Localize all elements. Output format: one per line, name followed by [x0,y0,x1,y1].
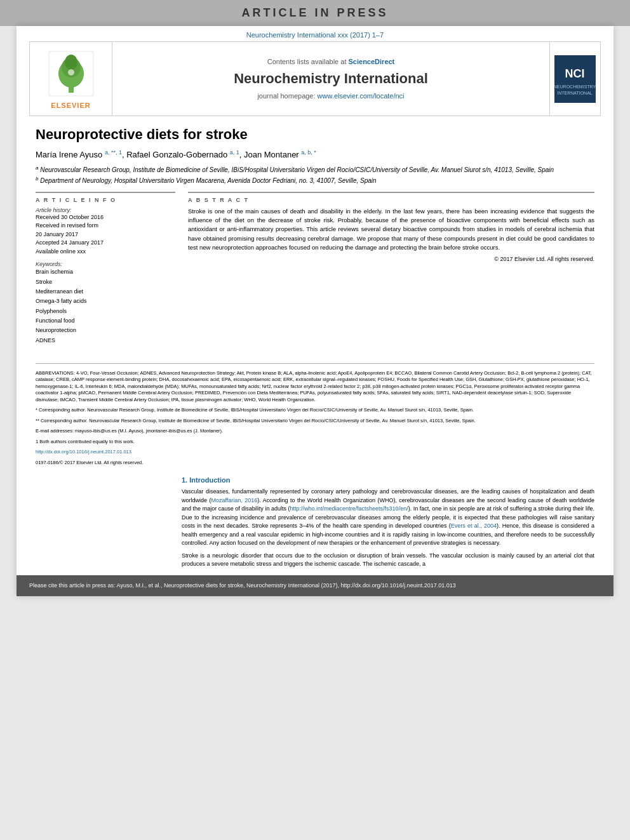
abbreviations-text: ABBREVIATIONS: 4-VO, Four-Vessel Occlusi… [36,370,592,403]
footnotes-area: ABBREVIATIONS: 4-VO, Four-Vessel Occlusi… [17,370,613,470]
issn-block: 0197-0186/© 2017 Elsevier Ltd. All right… [36,460,594,467]
svg-point-5 [68,69,74,76]
journal-header: ELSEVIER Contents lists available at Sci… [29,41,601,116]
intro-col-right: 1. Introduction Vascular diseases, funda… [182,476,594,569]
abstract-header: A B S T R A C T [188,197,594,203]
science-direct-link[interactable]: ScienceDirect [349,58,395,65]
email-block: E-mail addresses: mayuso-ibis@us.es (M.I… [36,428,594,435]
corresponding-star-text: * Corresponding author. Neurovascular Re… [36,407,474,413]
article-history-block: Article history: Received 30 October 201… [36,207,175,257]
article-info-col: A R T I C L E I N F O Article history: R… [36,192,175,350]
journal-info-center: Contents lists available at ScienceDirec… [112,42,549,116]
keyword-4: Omega-3 fatty acids [36,297,175,306]
affiliation-a: a Neurovascular Research Group, Institut… [36,164,594,175]
homepage-line: journal homepage: www.elsevier.com/locat… [257,92,404,100]
article-info-header: A R T I C L E I N F O [36,197,175,203]
corresponding-starstar-text: ** Corresponding author. Neurovascular R… [36,418,476,423]
issn-text: 0197-0186/© 2017 Elsevier Ltd. All right… [36,460,143,465]
section-num: 1. [182,476,187,484]
introduction-title: 1. Introduction [182,476,594,484]
nci-logo-area: NCI NEUROCHEMISTRY INTERNATIONAL [549,42,600,116]
divider [36,363,594,364]
keyword-5: Polyphenols [36,307,175,316]
article-in-press-banner: ARTICLE IN PRESS [0,0,630,26]
bottom-citation-bar: Please cite this article in press as: Ay… [17,575,613,597]
footnotes-left: ABBREVIATIONS: 4-VO, Four-Vessel Occlusi… [36,370,594,470]
author-sup-c: a, b, * [301,149,316,156]
intro-para-2: Stroke is a neurologic disorder that occ… [182,552,594,569]
section-title-text: Introduction [189,476,230,484]
revised-label: Received in revised form [36,222,175,230]
received-date: Received 30 October 2016 [36,213,175,222]
svg-text:NCI: NCI [565,67,585,80]
science-direct-label: Contents lists available at [267,58,347,65]
abstract-text: Stroke is one of the main causes of deat… [188,207,594,252]
equal-contrib-block: 1 Both authors contributed equally to th… [36,439,594,446]
authors-line: María Irene Ayuso a, **, 1, Rafael Gonza… [36,149,594,159]
abstract-section: A B S T R A C T Stroke is one of the mai… [188,192,594,262]
svg-text:NEUROCHEMISTRY: NEUROCHEMISTRY [554,84,596,89]
email-text: E-mail addresses: mayuso-ibis@us.es (M.I… [36,428,223,434]
history-label: Article history: [36,207,175,213]
revised-date: 20 January 2017 [36,230,175,239]
cite-mozaffarian[interactable]: Mozaffarian, 2016 [211,497,257,503]
two-col-section: A R T I C L E I N F O Article history: R… [36,192,594,350]
keyword-6: Functional food [36,316,175,326]
svg-text:INTERNATIONAL: INTERNATIONAL [557,91,593,95]
keywords-block: Keywords: Brain ischemia Stroke Mediterr… [36,261,175,345]
corresponding-star-block: * Corresponding author. Neurovascular Re… [36,407,594,414]
abbreviations-block: ABBREVIATIONS: 4-VO, Four-Vessel Occlusi… [36,370,594,404]
elsevier-logo-area: ELSEVIER [30,42,112,116]
svg-point-4 [65,55,77,70]
keyword-3: Mediterranean diet [36,287,175,297]
author-sup-a: a, **, 1 [105,149,122,156]
doi-footer-block: http://dx.doi.org/10.1016/j.neuint.2017.… [36,449,594,456]
elsevier-tree-logo [46,48,97,99]
keyword-2: Stroke [36,277,175,287]
keywords-label: Keywords: [36,261,175,267]
cite-evers[interactable]: Evers et al., 2004 [451,523,497,529]
nci-logo: NCI NEUROCHEMISTRY INTERNATIONAL [554,55,596,103]
keywords-list: Brain ischemia Stroke Mediterranean diet… [36,267,175,345]
article-info-section: A R T I C L E I N F O Article history: R… [36,192,175,345]
science-direct-line: Contents lists available at ScienceDirec… [267,58,395,65]
journal-title: Neurochemistry International [234,70,428,87]
intro-para-1: Vascular diseases, fundamentally represe… [182,488,594,548]
doi-line: Neurochemistry International xxx (2017) … [17,26,613,41]
intro-col-left [36,476,182,569]
affiliations: a Neurovascular Research Group, Institut… [36,164,594,185]
accepted-date: Accepted 24 January 2017 [36,239,175,248]
elsevier-wordmark: ELSEVIER [51,102,90,109]
bottom-citation-text: Please cite this article in press as: Ay… [29,582,456,589]
available-online: Available online xxx [36,248,175,257]
keyword-1: Brain ischemia [36,267,175,277]
keyword-8: ADNES [36,336,175,345]
homepage-label: journal homepage: [257,92,315,100]
doi-footer-link[interactable]: http://dx.doi.org/10.1016/j.neuint.2017.… [36,449,131,455]
equal-contrib-text: 1 Both authors contributed equally to th… [36,439,135,444]
main-content-area: 1. Introduction Vascular diseases, funda… [17,470,613,569]
corresponding-starstar-block: ** Corresponding author. Neurovascular R… [36,418,594,425]
abstract-col: A B S T R A C T Stroke is one of the mai… [188,192,594,350]
author-sup-b: a, 1 [230,149,239,156]
affiliation-b: b Department of Neurology, Hospital Univ… [36,175,594,185]
article-body: Neuroprotective diets for stroke María I… [17,116,613,357]
cite-who[interactable]: http://who.int/mediacentre/factsheets/fs… [290,505,408,512]
abstract-copyright: © 2017 Elsevier Ltd. All rights reserved… [188,256,594,262]
article-title: Neuroprotective diets for stroke [36,126,594,143]
homepage-link[interactable]: www.elsevier.com/locate/nci [318,92,405,100]
keyword-7: Neuroprotection [36,326,175,335]
